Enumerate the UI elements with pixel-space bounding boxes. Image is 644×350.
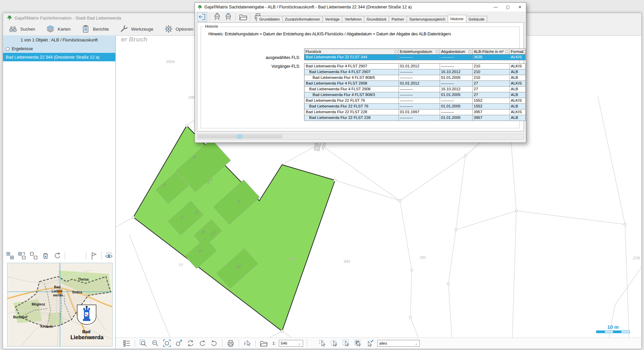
minimap-place-label: Burxdorf — [13, 315, 28, 319]
predecessor-row[interactable]: Bad Liebenwerda Flur 22 FLST 228--------… — [304, 115, 526, 121]
db-write-button[interactable] — [224, 12, 233, 21]
maximize-button[interactable]: ▢ — [502, 3, 514, 11]
tab-sanierungsausgleich[interactable]: Sanierungsausgleich — [407, 16, 448, 22]
print-map-button[interactable] — [226, 339, 235, 348]
results-radio-label: Ergebnisse — [12, 46, 33, 51]
filter-icon[interactable] — [505, 50, 508, 53]
column-header: Entstehungsdatum — [399, 49, 440, 54]
werkzeuge-button[interactable]: Werkzeuge — [120, 25, 153, 33]
select-confirm-cursor-button[interactable] — [365, 339, 374, 348]
filter-icon[interactable] — [523, 50, 525, 53]
horizontal-scrollbar[interactable] — [197, 134, 524, 139]
predecessor-row[interactable]: Bad Liebenwerda Flur 4 FLST 808/3-------… — [304, 92, 526, 98]
tab-grundstück[interactable]: Grundstück — [364, 16, 389, 22]
separator — [235, 13, 236, 21]
dialog-toolbar: GrunddatenZusatzinformationenVerträgeVer… — [195, 11, 526, 22]
refresh-button[interactable] — [186, 339, 195, 348]
predecessor-row[interactable]: Bad Liebenwerda Flur 4 FLST 290801.01.20… — [304, 81, 526, 87]
select-area-cursor-button[interactable] — [354, 339, 362, 348]
groupbox-label: Historie — [204, 24, 219, 28]
table-cell: Bad Liebenwerda Flur 22 FLST 76 — [304, 104, 399, 109]
predecessor-row[interactable]: Bad Liebenwerda Flur 4 FLST 290701.01.20… — [304, 64, 526, 69]
undo-selection-button[interactable] — [53, 251, 62, 260]
predecessor-row[interactable]: Bad Liebenwerda Flur 22 FLST 22801.01.19… — [304, 109, 526, 115]
selected-fls-row[interactable]: Bad Liebenwerda Flur 22 FLST 344--------… — [304, 55, 526, 60]
zoom-previous-button[interactable] — [174, 339, 183, 348]
table-cell: Bad Liebenwerda Flur 4 FLST 2907 — [304, 64, 399, 69]
filter-icon[interactable] — [468, 50, 471, 53]
select-rectangle-cursor-button[interactable] — [342, 339, 351, 348]
tab-partner[interactable]: Partner — [389, 16, 407, 22]
filter-icon[interactable] — [394, 50, 398, 53]
legend-button[interactable] — [122, 339, 131, 348]
scale-select[interactable]: 546⌄ — [279, 340, 303, 347]
tab-gebäude[interactable]: Gebäude — [466, 16, 487, 22]
info-select-button[interactable]: i — [243, 339, 252, 348]
optionen-button[interactable]: Optionen — [164, 25, 194, 33]
suchen-button[interactable]: Suchen — [8, 25, 35, 33]
zoom-extent-button[interactable] — [163, 339, 171, 348]
table-cell: 1552 — [473, 104, 510, 109]
minimize-button[interactable]: — — [490, 3, 502, 11]
chevron-down-icon: ⌄ — [415, 342, 417, 345]
results-panel[interactable] — [3, 61, 115, 249]
separator — [209, 13, 210, 21]
gaja-tree-icon — [7, 15, 12, 21]
filter-icon[interactable] — [436, 50, 439, 53]
tab-historie[interactable]: Historie — [448, 15, 466, 22]
tab-verfahren[interactable]: Verfahren — [342, 16, 364, 22]
karten-button[interactable]: Karten — [46, 25, 70, 33]
exit-button[interactable] — [198, 12, 207, 21]
select-all-button[interactable] — [6, 251, 14, 260]
db-read-button[interactable] — [212, 12, 222, 21]
table-cell: 210 — [473, 64, 510, 69]
zoom-out-button[interactable] — [151, 339, 159, 348]
table-cell: 01.01.2005 — [440, 75, 473, 81]
table-cell: ALKIS — [510, 55, 525, 60]
select-single-cursor-button[interactable] — [318, 339, 327, 348]
tab-grunddaten[interactable]: Grunddaten — [257, 16, 283, 22]
predecessor-row[interactable]: Bad Liebenwerda Flur 4 FLST 2907--------… — [304, 69, 526, 75]
redo-button[interactable] — [210, 339, 218, 348]
tab-zusatzinformationen[interactable]: Zusatzinformationen — [282, 16, 323, 22]
table-cell: 210 — [473, 69, 510, 75]
overview-minimap[interactable]: TheisaBadLiebenwerdaDobraMöglenzBurxdorf… — [7, 263, 113, 347]
dialog-titlebar[interactable]: Gaja®Matrix Sachdateneingabe - ALB / Flu… — [195, 3, 526, 11]
column-header: Abgabedatum — [440, 49, 473, 54]
selected-row-block: Bad Liebenwerda Flur 22 FLST 344--------… — [304, 55, 526, 60]
results-header: 1 von 1 Objekt : ALB / Flurstücksauskunf… — [3, 35, 115, 45]
tab-verträge[interactable]: Verträge — [322, 16, 342, 22]
separator — [239, 340, 239, 347]
table-cell: Bad Liebenwerda Flur 22 FLST 76 — [304, 98, 399, 103]
folder-button[interactable] — [238, 12, 247, 21]
results-radio-row[interactable]: Ergebnisse — [3, 45, 115, 53]
dialog-content: Historie Hinweis: Entstehungsdatum = Dat… — [197, 22, 524, 131]
desktop: Gaja®Matrix Fachinformation - Stadt Bad … — [0, 0, 644, 350]
minimap-place-label: Kröbeln — [40, 325, 53, 328]
undo-button[interactable] — [198, 339, 207, 348]
visibility-eye-button[interactable] — [105, 251, 113, 260]
predecessor-row[interactable]: Bad Liebenwerda Flur 22 FLST 76---------… — [304, 98, 526, 104]
result-item-selected[interactable]: Bad Liebenwerda 22 344 (Dresdener Straße… — [3, 53, 115, 61]
radio-icon[interactable] — [6, 47, 9, 51]
berichte-button[interactable]: Berichte — [81, 25, 109, 33]
select-circle-cursor-button[interactable] — [330, 339, 339, 348]
open-folder-button[interactable] — [259, 339, 268, 348]
predecessor-row[interactable]: Bad Liebenwerda Flur 4 FLST 2908--------… — [304, 87, 526, 92]
zoom-window-button[interactable] — [139, 339, 148, 348]
table-cell: Bad Liebenwerda Flur 4 FLST 808/5 — [304, 75, 399, 81]
select-none-button[interactable] — [29, 251, 38, 260]
main-window-title: Gaja®Matrix Fachinformation - Stadt Bad … — [14, 15, 121, 21]
delete-selection-button[interactable] — [41, 251, 50, 260]
selected-parcel-344[interactable] — [133, 126, 335, 331]
map-scalebar: 10 m — [596, 324, 630, 333]
close-button[interactable]: ✕ — [514, 3, 526, 11]
coat-of-arms: ♥♥ — [77, 305, 96, 324]
flag-button[interactable] — [89, 251, 98, 260]
predecessor-row[interactable]: Bad Liebenwerda Flur 22 FLST 76---------… — [304, 104, 526, 109]
predecessor-row[interactable]: Bad Liebenwerda Flur 4 FLST 808/5-------… — [304, 75, 526, 81]
selection-mode-select[interactable]: alles⌄ — [377, 340, 420, 347]
select-partial-button[interactable] — [18, 251, 26, 260]
predecessor-rows-block: Bad Liebenwerda Flur 4 FLST 290701.01.20… — [304, 63, 526, 121]
table-cell: ---------- — [440, 64, 473, 69]
